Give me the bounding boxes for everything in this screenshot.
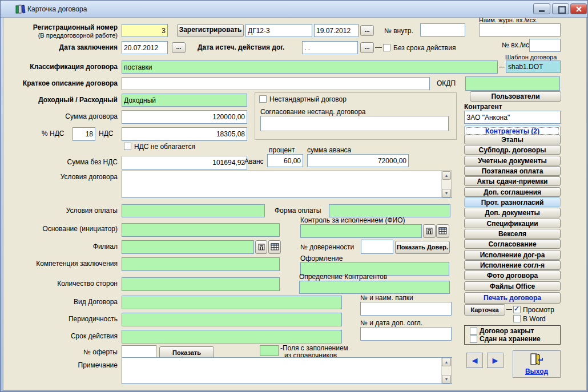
periodicity-input[interactable] [122,313,342,326]
users-button[interactable]: Пользователи [470,91,561,102]
contract-terms-textarea[interactable]: ▲ ▼ [122,171,452,198]
contract-type-input[interactable] [122,296,342,309]
archived-checkbox[interactable] [470,336,477,343]
vat-percent-input[interactable] [73,127,95,141]
office-files-button[interactable]: Файлы Office [464,281,561,291]
branch-lookup-icon-button[interactable] [255,240,267,254]
staged-payment-button[interactable]: Поэтапная оплата [464,166,561,176]
minimize-button[interactable] [533,3,550,14]
register-button[interactable]: Зарегистрировать [177,24,244,37]
archived-label: Сдан на хранение [480,336,541,343]
scroll-up-button[interactable]: ▲ [442,358,451,366]
no-term-label: Без срока действия [393,45,456,52]
close-button[interactable] [570,3,587,14]
print-contract-button[interactable]: Печать договора [464,292,561,304]
attorney-number-input[interactable] [361,240,393,254]
registration-date-picker-button[interactable]: ... [360,25,374,36]
maximize-icon [558,6,566,14]
expiry-date-input[interactable] [302,41,358,54]
basis-input[interactable] [122,223,280,237]
contract-closed-checkbox[interactable] [470,328,477,335]
additional-docs-button[interactable]: Доп. документы [464,208,561,217]
journal-name-input[interactable] [479,23,561,37]
competence-input[interactable] [122,257,280,271]
contract-photo-button[interactable]: Фото договора [464,270,561,280]
accounting-docs-button[interactable]: Учетные документы [464,156,561,165]
next-record-button[interactable]: ▶ [487,353,504,368]
advance-percent-input[interactable] [267,154,303,167]
validity-input[interactable] [122,330,342,343]
stages-button[interactable]: Этапы [464,135,561,144]
subcontracts-button[interactable]: Субподр. договоры [464,145,561,155]
branch-input[interactable] [122,240,254,254]
word-checkbox[interactable] [513,315,521,322]
counterparty-definition-input[interactable] [299,281,450,294]
table-grid-icon [271,243,279,250]
approval-button[interactable]: Согласование [464,239,561,249]
no-term-checkbox[interactable] [383,44,390,51]
promissory-notes-button[interactable]: Векселя [464,229,561,239]
conclusion-date-input[interactable] [122,41,168,54]
scrollbar[interactable]: ▲ ▼ [441,171,452,197]
disagreement-protocols-button[interactable]: Прот. разногласий [464,197,561,207]
addendum-input[interactable] [360,327,452,341]
scrollbar[interactable]: ▲ ▼ [441,358,452,383]
okdp-input[interactable] [465,76,560,91]
payment-terms-input[interactable] [122,204,265,217]
registration-number-input[interactable] [122,24,168,37]
show-attorney-button[interactable]: Показать Довер. [395,241,450,254]
addenda-button[interactable]: Доп. соглашения [464,187,561,197]
contract-terms-label: Условия договора [1,173,118,181]
card-button[interactable]: Карточка [464,304,505,316]
folder-input[interactable] [360,302,452,316]
payment-terms-label: Условия оплаты [1,207,118,215]
scroll-down-button[interactable]: ▼ [442,189,451,197]
contract-execution-button[interactable]: Исполнение дог-ра [464,250,561,260]
internal-number-input[interactable] [420,23,465,37]
branch-table-icon-button[interactable] [268,240,281,254]
control-table-icon-button[interactable] [436,224,449,238]
note-label: Примечание [1,362,118,369]
vat-exempt-checkbox[interactable] [124,143,131,150]
maximize-button[interactable] [552,3,569,14]
arrow-up-icon: ▲ [445,173,449,177]
view-checkbox[interactable]: ✓ [513,306,521,313]
contract-number-input[interactable] [245,24,312,37]
control-lookup-icon-button[interactable] [423,224,436,238]
agreement-execution-button[interactable]: Исполнение согл-я [464,260,561,270]
income-type-input[interactable] [122,94,247,107]
vat-percent-label: % НДС [42,130,64,138]
view-checkbox-label: Просмотр [523,306,554,314]
registration-date-input[interactable] [314,24,359,37]
description-input[interactable] [122,77,430,90]
parties-count-input[interactable] [122,277,280,291]
classification-input[interactable] [122,60,498,74]
net-amount-input[interactable] [122,156,247,169]
payment-form-input[interactable] [329,204,450,217]
contract-closed-label: Договор закрыт [480,328,534,335]
specifications-button[interactable]: Спецификации [464,219,561,228]
internal-number-label: № внутр. [384,27,413,35]
previous-record-button[interactable]: ◀ [466,353,483,368]
registration-number-label: Регистрационный номер [1,24,118,31]
conclusion-date-picker-button[interactable]: ... [172,42,186,53]
expiry-date-picker-button[interactable]: ... [360,42,374,53]
scroll-down-button[interactable]: ▼ [442,375,451,383]
template-input[interactable] [506,60,561,73]
advance-sum-input[interactable] [307,154,409,167]
nonstandard-checkbox[interactable] [259,95,267,103]
competence-label: Компетенция заключения [1,260,118,268]
acceptance-acts-button[interactable]: Акты сдачи-приемки [464,176,561,186]
nonstandard-approval-input[interactable] [260,116,449,131]
execution-control-input[interactable] [300,224,422,238]
exit-label: Выход [513,367,560,375]
counterparty-input[interactable] [464,111,561,124]
exit-button[interactable]: Выход [513,350,561,378]
scroll-up-button[interactable]: ▲ [442,171,451,180]
total-amount-input[interactable] [122,110,247,124]
note-textarea[interactable]: ▲ ▼ [122,357,452,384]
income-type-label: Доходный / Расходный [1,96,118,104]
vat-amount-input[interactable] [122,127,247,141]
incoming-number-input[interactable] [529,39,561,52]
lookup-building-icon [257,243,265,251]
